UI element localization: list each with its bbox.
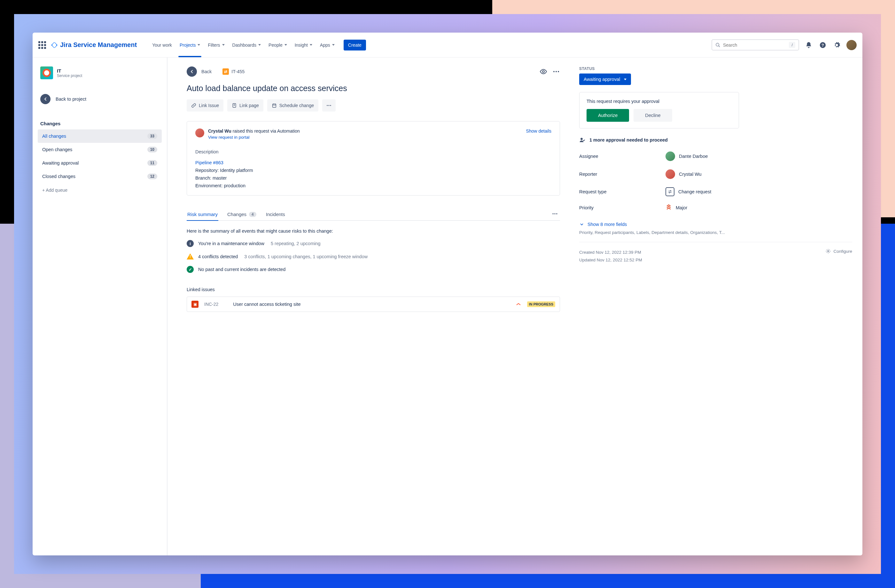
reporter-avatar [666,169,675,179]
link-issue-button[interactable]: Link Issue [187,99,223,112]
more-icon[interactable] [552,68,560,76]
more-actions-button[interactable] [322,99,335,112]
reporter-value[interactable]: Crystal Wu [666,169,702,179]
linked-issue-status: IN PROGRESS [527,302,555,307]
incident-icon: ▣ [191,301,199,308]
assignee-label: Assignee [579,154,666,159]
svg-point-6 [555,71,557,72]
queue-item[interactable]: Open changes10 [38,143,162,156]
svg-text:?: ? [821,42,824,47]
create-button[interactable]: Create [344,39,366,50]
description-label: Description [195,149,551,155]
gear-icon [826,249,831,254]
app-switcher-icon[interactable] [38,41,46,49]
view-in-portal-link[interactable]: View request in portal [208,135,300,139]
nav-insight[interactable]: Insight [291,40,316,50]
nav-people[interactable]: People [265,40,290,50]
back-label: Back [202,69,212,74]
issue-type-icon: ⇄ [223,68,229,75]
linked-issues-title: Linked issues [187,287,560,292]
queue-count: 33 [147,133,157,139]
link-page-button[interactable]: Link page [227,99,263,112]
queue-item[interactable]: Closed changes12 [38,170,162,183]
chevron-down-icon [579,222,584,227]
issue-key[interactable]: ⇄ IT-455 [223,68,244,75]
back-button[interactable] [187,67,197,77]
chevron-down-icon [258,44,261,46]
requester-text: Crystal Wu raised this request via Autom… [208,129,300,133]
top-nav: Jira Service Management Your work Projec… [33,33,862,58]
project-header[interactable]: IT Service project [38,65,162,80]
svg-point-7 [558,71,559,72]
page-icon [232,103,237,108]
assignee-avatar [666,152,675,161]
status-dropdown[interactable]: Awaiting approval [579,74,631,85]
risk-intro: Here is the summary of all events that m… [187,229,560,233]
linked-issue-key: INC-22 [204,302,218,307]
assignee-value[interactable]: Dante Darboe [666,152,708,161]
priority-value[interactable]: Major [666,205,687,211]
tabs-more-icon[interactable] [550,209,560,220]
nav-your-work[interactable]: Your work [149,40,175,50]
decline-button[interactable]: Decline [634,109,672,122]
nav-dashboards[interactable]: Dashboards [229,40,264,50]
description-line: Repository: Identity platform [195,168,551,173]
svg-point-17 [330,105,331,106]
status-label: STATUS [579,67,852,71]
nav-apps[interactable]: Apps [317,40,338,50]
check-icon: ✓ [187,266,194,273]
risk-item: ✓No past and current incidents are detec… [187,266,560,273]
person-check-icon [579,137,586,143]
sidebar-section-title: Changes [38,121,162,126]
svg-point-0 [716,43,719,46]
schedule-change-button[interactable]: Schedule change [267,99,319,112]
svg-point-4 [542,71,545,73]
breadcrumb: Back ⇄ IT-455 [187,67,560,77]
search-input[interactable]: / [711,39,799,50]
queue-item[interactable]: All changes33 [38,129,162,143]
nav-filters[interactable]: Filters [205,40,228,50]
show-details-link[interactable]: Show details [526,129,551,133]
help-icon[interactable]: ? [818,41,827,50]
chevron-down-icon [624,79,626,80]
svg-point-20 [556,213,557,214]
sidebar: IT Service project Back to project Chang… [33,58,167,555]
tab-risk-summary[interactable]: Risk summary [187,208,218,220]
tab-changes[interactable]: Changes4 [227,208,257,220]
nav-projects[interactable]: Projects [176,40,203,50]
pipeline-link[interactable]: Pipeline #863 [195,160,551,165]
add-queue-button[interactable]: + Add queue [38,183,162,197]
back-to-project[interactable]: Back to project [38,91,162,107]
settings-icon[interactable] [832,41,841,50]
priority-icon [516,302,521,307]
approval-box: This request requires your approval Auth… [579,92,739,129]
notifications-icon[interactable] [804,41,813,50]
tab-incidents[interactable]: Incidents [265,208,286,220]
approval-message: This request requires your approval [587,99,732,104]
project-type: Service project [57,74,82,78]
priority-label: Priority [579,205,666,210]
svg-point-21 [581,138,583,140]
project-name: IT [57,68,82,74]
warning-icon [187,253,194,259]
svg-point-18 [553,213,554,214]
risk-item: 4 conflicts detected3 conflicts, 1 upcom… [187,253,560,259]
show-more-fields[interactable]: Show 8 more fields [579,222,852,227]
chevron-down-icon [310,44,312,46]
queue-item[interactable]: Awaiting approval11 [38,156,162,170]
description-line: Branch: master [195,176,551,180]
configure-link[interactable]: Configure [826,249,852,254]
tab-badge: 4 [249,212,256,217]
priority-major-icon [666,205,672,211]
user-avatar[interactable] [846,40,857,50]
chevron-down-icon [332,44,335,46]
svg-line-1 [719,46,720,47]
svg-point-19 [554,213,555,214]
link-icon [191,103,196,108]
watch-icon[interactable] [540,68,547,76]
request-type-value[interactable]: Change request [666,187,711,196]
product-logo[interactable]: Jira Service Management [50,41,137,49]
linked-issue-row[interactable]: ▣ INC-22 User cannot access ticketing si… [187,297,560,312]
reporter-label: Reporter [579,171,666,177]
authorize-button[interactable]: Authorize [587,109,629,122]
